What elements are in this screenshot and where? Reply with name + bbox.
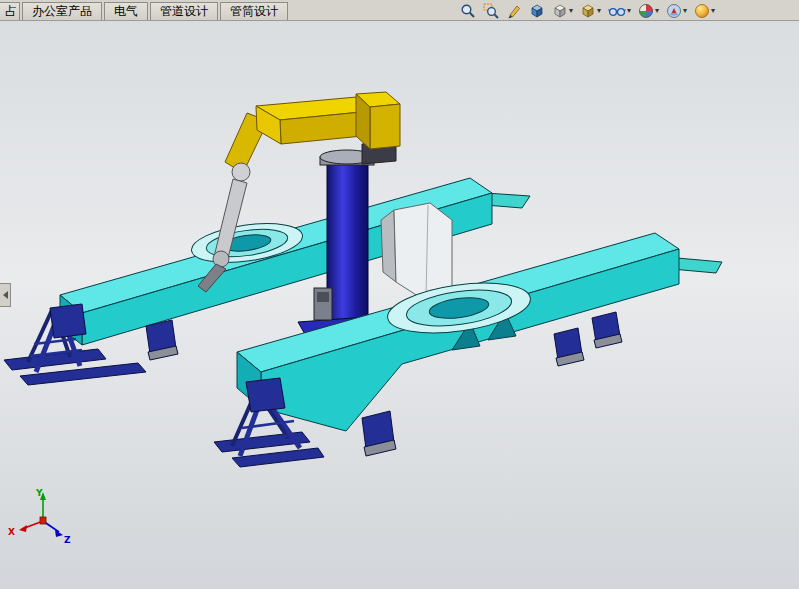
view-settings-icon[interactable]: ▾	[694, 2, 715, 20]
tab-label: 管筒设计	[230, 3, 278, 20]
apply-scene-icon[interactable]: ▾	[666, 2, 687, 20]
x-axis-label: X	[8, 527, 15, 537]
command-manager-tab-bar: 占 办公室产品 电气 管道设计 管筒设计	[0, 0, 799, 21]
origin-marker	[40, 517, 46, 524]
tab-cut-off[interactable]: 占	[0, 2, 20, 20]
panel-flyout-tab[interactable]	[0, 283, 11, 307]
dropdown-caret-icon[interactable]: ▾	[711, 2, 715, 20]
tab-label: 管道设计	[160, 3, 208, 20]
tab-office-products[interactable]: 办公室产品	[22, 2, 102, 20]
tab-label: 电气	[114, 3, 138, 20]
zoom-to-fit-icon[interactable]	[460, 2, 476, 20]
edit-appearance-icon[interactable]: ▾	[638, 2, 659, 20]
heads-up-view-toolbar: ▾ ▾ ▾ ▾ ▾ ▾	[460, 1, 715, 20]
view-orientation-icon[interactable]: ▾	[552, 2, 573, 20]
tab-label: 办公室产品	[32, 3, 92, 20]
model-scene: Y X Z	[0, 21, 799, 589]
z-axis-label: Z	[64, 535, 71, 545]
hide-show-items-icon[interactable]: ▾	[608, 2, 631, 20]
y-axis-label: Y	[35, 488, 43, 498]
tab-label: 占	[5, 3, 17, 20]
dropdown-caret-icon[interactable]: ▾	[597, 2, 601, 20]
sketch-pen-icon[interactable]	[506, 2, 522, 20]
display-style-icon[interactable]: ▾	[580, 2, 601, 20]
tab-tubing-design[interactable]: 管筒设计	[220, 2, 288, 20]
zoom-to-area-icon[interactable]	[483, 2, 499, 20]
section-view-icon[interactable]	[529, 2, 545, 20]
dropdown-caret-icon[interactable]: ▾	[627, 2, 631, 20]
tab-piping-design[interactable]: 管道设计	[150, 2, 218, 20]
dropdown-caret-icon[interactable]: ▾	[655, 2, 659, 20]
dropdown-caret-icon[interactable]: ▾	[569, 2, 573, 20]
left-arrow-icon	[3, 291, 8, 299]
dropdown-caret-icon[interactable]: ▾	[683, 2, 687, 20]
graphics-viewport[interactable]: Y X Z	[0, 21, 799, 589]
tab-electrical[interactable]: 电气	[104, 2, 148, 20]
cad-application-window: 占 办公室产品 电气 管道设计 管筒设计	[0, 0, 799, 589]
